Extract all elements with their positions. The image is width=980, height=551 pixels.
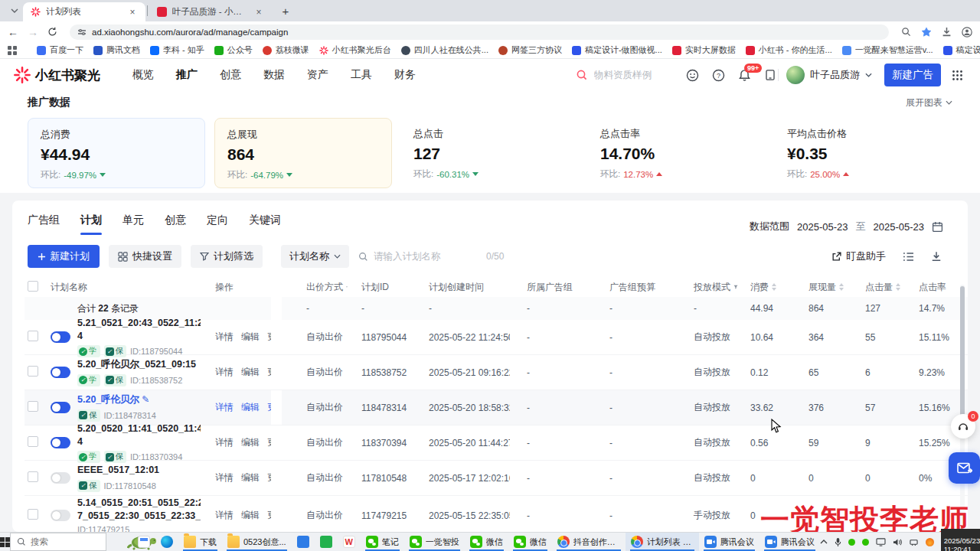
plan-name[interactable]: 5.14_0515_20:51_0515_22:27_0515_22:30_05… bbox=[77, 497, 201, 523]
bookmark-item[interactable]: 四川人社在线公共... bbox=[401, 44, 488, 56]
detail-link[interactable]: 详情 bbox=[215, 472, 234, 483]
taskbar-wechat[interactable]: 微信 bbox=[465, 533, 508, 551]
plan-name[interactable]: EEEE_0517_12:01 bbox=[77, 464, 201, 477]
bookmark-item[interactable]: 一觉醒来智慧运营v... bbox=[842, 44, 933, 56]
plan-name[interactable]: 5.20_0520_11:41_0520_11:44 bbox=[77, 422, 201, 448]
bookmark-item[interactable]: 李科 - 知乎 bbox=[150, 44, 204, 56]
tab-unit[interactable]: 单元 bbox=[122, 214, 144, 235]
edit-link[interactable]: 编辑 bbox=[241, 402, 260, 412]
bookmark-item[interactable]: 小红书 - 你的生活... bbox=[746, 44, 832, 56]
detail-link[interactable]: 详情 bbox=[215, 402, 234, 412]
taskbar-search-input[interactable] bbox=[31, 537, 100, 546]
plan-filter-button[interactable]: 计划筛选 bbox=[191, 245, 263, 268]
bookmark-item[interactable]: 百度一下 bbox=[37, 44, 83, 56]
taskbar-folder[interactable]: 0523创意... bbox=[222, 533, 292, 551]
tab-targeting[interactable]: 定向 bbox=[207, 214, 228, 235]
taskbar-wechat-yijue[interactable]: 一觉智投 bbox=[404, 533, 465, 551]
taskbar-tencent-meeting[interactable]: 腾讯会议 bbox=[699, 533, 760, 551]
bookmark-item[interactable]: 稿定设计-做图做视... bbox=[943, 44, 980, 56]
status-toggle[interactable] bbox=[51, 437, 70, 448]
watch-assistant-link[interactable]: 盯盘助手 bbox=[831, 249, 886, 263]
microphone-icon[interactable] bbox=[835, 537, 841, 547]
detail-link[interactable]: 详情 bbox=[215, 331, 234, 342]
bookmark-item[interactable]: 实时大屏数据 bbox=[672, 44, 736, 56]
header-search-input[interactable] bbox=[594, 70, 678, 80]
status-toggle[interactable] bbox=[51, 472, 70, 484]
taskbar-widget[interactable] bbox=[132, 533, 155, 551]
customer-support-button[interactable]: 0 bbox=[951, 414, 975, 439]
taskbar-edge[interactable] bbox=[155, 533, 178, 551]
status-toggle[interactable] bbox=[51, 402, 70, 413]
nav-promotion[interactable]: 推广 bbox=[176, 68, 198, 82]
stat-card-clicks[interactable]: 总点击 127 环比:-60.31% bbox=[401, 118, 579, 188]
taskbar-wechat-note[interactable]: 笔记 bbox=[361, 533, 404, 551]
brand-logo[interactable]: 小红书聚光 bbox=[14, 67, 100, 84]
date-start[interactable]: 2025-05-23 bbox=[797, 221, 848, 233]
nav-overview[interactable]: 概览 bbox=[132, 68, 154, 82]
wechat-tray-icon[interactable] bbox=[848, 539, 855, 546]
apps-grid-icon[interactable] bbox=[952, 70, 963, 81]
tray-chevron-up-icon[interactable] bbox=[820, 540, 828, 544]
bookmark-item[interactable]: 稿定设计-做图做视... bbox=[572, 44, 662, 56]
stat-card-impressions[interactable]: 总展现 864 环比:-64.79% bbox=[214, 118, 392, 188]
stat-card-ctr[interactable]: 总点击率 14.70% 环比:12.73% bbox=[588, 118, 766, 188]
nav-creative[interactable]: 创意 bbox=[220, 68, 241, 82]
column-settings-icon[interactable] bbox=[903, 252, 914, 262]
forward-icon[interactable]: → bbox=[28, 26, 38, 38]
reload-icon[interactable] bbox=[47, 27, 57, 37]
back-icon[interactable]: ← bbox=[8, 26, 18, 38]
taskbar-tencent-meeting[interactable]: 腾讯会议 bbox=[760, 533, 820, 551]
tab-adgroup[interactable]: 广告组 bbox=[28, 214, 60, 235]
device-icon[interactable] bbox=[764, 69, 776, 81]
nav-tools[interactable]: 工具 bbox=[351, 68, 372, 82]
sort-icon[interactable] bbox=[772, 283, 776, 291]
profile-icon[interactable] bbox=[962, 27, 972, 37]
scrollbar-thumb[interactable] bbox=[960, 286, 965, 425]
bookmark-item[interactable]: 腾讯文档 bbox=[93, 44, 140, 56]
network-icon[interactable] bbox=[909, 538, 919, 546]
row-checkbox[interactable] bbox=[28, 401, 38, 412]
tab-close-icon[interactable]: × bbox=[253, 7, 264, 18]
date-end[interactable]: 2025-05-23 bbox=[874, 221, 925, 233]
taskbar-chrome-active[interactable]: 计划列表 - ... bbox=[626, 533, 699, 551]
header-search[interactable] bbox=[576, 69, 678, 81]
detail-link[interactable]: 详情 bbox=[215, 437, 234, 448]
taskbar-app[interactable] bbox=[292, 533, 315, 551]
volume-icon[interactable] bbox=[893, 538, 902, 546]
row-checkbox[interactable] bbox=[28, 331, 38, 341]
stat-card-total-cost[interactable]: 总消费 ¥44.94 环比:-49.97% bbox=[28, 118, 205, 188]
zoom-icon[interactable] bbox=[901, 27, 911, 37]
row-checkbox[interactable] bbox=[28, 509, 38, 520]
bookmark-item[interactable]: 网签三方协议 bbox=[498, 44, 562, 56]
bookmark-item[interactable]: 小红书聚光后台 bbox=[319, 44, 391, 56]
taskbar-wechat[interactable]: 微信 bbox=[508, 533, 552, 551]
quick-settings-button[interactable]: 快捷设置 bbox=[109, 245, 181, 268]
tab-keywords[interactable]: 关键词 bbox=[249, 214, 281, 235]
browser-tab-active[interactable]: 计划列表 × bbox=[23, 2, 145, 21]
tab-creative[interactable]: 创意 bbox=[165, 214, 186, 235]
nav-data[interactable]: 数据 bbox=[263, 68, 285, 82]
table-scrollbar[interactable] bbox=[960, 285, 965, 530]
message-center-button[interactable] bbox=[949, 452, 980, 484]
select-all-checkbox[interactable] bbox=[28, 281, 38, 292]
plan-name-search[interactable]: 0/50 bbox=[358, 251, 504, 262]
edit-link[interactable]: 编辑 bbox=[241, 331, 260, 342]
edit-link[interactable]: 编辑 bbox=[241, 510, 260, 520]
nav-assets[interactable]: 资产 bbox=[307, 68, 328, 82]
taskbar-chrome-douyin[interactable]: 抖音创作者... bbox=[552, 533, 626, 551]
taskbar-downloads-folder[interactable]: 下载 bbox=[178, 533, 222, 551]
edit-pencil-icon[interactable]: ✎ bbox=[142, 394, 149, 405]
row-checkbox[interactable] bbox=[28, 436, 38, 447]
status-toggle[interactable] bbox=[51, 331, 70, 343]
status-toggle[interactable] bbox=[51, 510, 70, 521]
plan-name[interactable]: 5.21_0521_20:43_0522_11:24 bbox=[77, 317, 201, 343]
edit-link[interactable]: 编辑 bbox=[241, 437, 260, 448]
download-icon[interactable] bbox=[942, 27, 952, 37]
emoji-icon[interactable] bbox=[686, 69, 699, 82]
row-checkbox[interactable] bbox=[28, 471, 38, 482]
bookmark-star-icon[interactable] bbox=[921, 27, 932, 37]
wechat-tray-icon[interactable] bbox=[862, 539, 869, 546]
bookmark-item[interactable]: 荔枝微课 bbox=[263, 44, 309, 56]
edit-link[interactable]: 编辑 bbox=[241, 367, 260, 377]
bookmark-item[interactable]: 公众号 bbox=[214, 44, 253, 56]
